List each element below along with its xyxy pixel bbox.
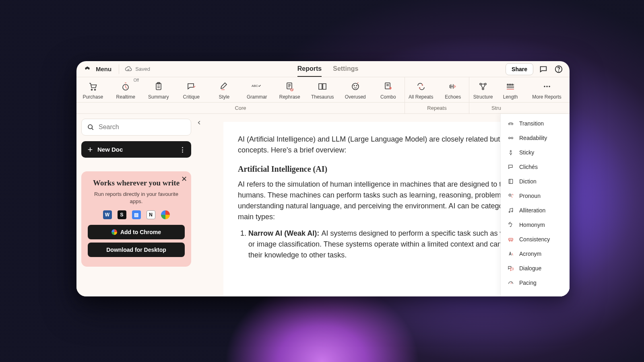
tool-thesaurus[interactable]: Thesaurus (306, 77, 339, 102)
dd-item-alliteration[interactable]: Alliteration (501, 203, 570, 218)
group-label-structure: Stru (469, 103, 523, 113)
help-icon[interactable] (553, 64, 564, 74)
speech-like-icon (186, 81, 196, 92)
svg-rect-22 (509, 179, 512, 184)
dd-item-readability[interactable]: Readability (501, 131, 570, 145)
svg-point-14 (485, 83, 486, 85)
dd-item-transition[interactable]: Transition (501, 116, 570, 131)
dd-label: Sticky (519, 149, 534, 156)
tool-all-repeats[interactable]: All Repeats (405, 77, 437, 102)
dd-label: Acronym (519, 251, 541, 257)
svg-point-1 (559, 71, 559, 71)
pen-icon (219, 81, 229, 92)
tool-label: Critique (183, 94, 200, 100)
group-label-core: Core (76, 103, 405, 113)
svg-point-15 (482, 88, 484, 90)
dd-item-diction[interactable]: Diction (501, 174, 570, 189)
svg-point-17 (546, 86, 548, 87)
search-icon (87, 123, 95, 131)
svg-point-19 (88, 125, 92, 129)
saved-label: Saved (135, 66, 150, 72)
dd-item-consistency[interactable]: Consistency (501, 232, 570, 247)
tool-critique[interactable]: Critique (175, 77, 208, 102)
more-reports-dropdown: Transition Readability Sticky Clichés Di… (500, 114, 570, 296)
book-small-icon (507, 178, 514, 185)
tool-label: Thesaurus (311, 94, 334, 100)
length-icon (505, 81, 516, 92)
dd-item-homonym[interactable]: Homonym (501, 218, 570, 232)
add-to-chrome-label: Add to Chrome (120, 229, 161, 235)
svg-point-18 (549, 86, 550, 87)
dd-item-pronoun[interactable]: Pronoun (501, 189, 570, 203)
tool-grammar[interactable]: ABC Grammar (241, 77, 274, 102)
dd-label: Alliteration (519, 207, 545, 214)
tool-echoes[interactable]: Echoes (437, 77, 469, 102)
svg-point-11 (356, 85, 357, 86)
download-desktop-button[interactable]: Download for Desktop (88, 243, 185, 257)
menu-logo-icon (82, 64, 93, 74)
tool-combo[interactable]: Combo (372, 77, 405, 102)
promo-app-icons: W S ▤ N (88, 210, 185, 219)
tool-style[interactable]: Style (208, 77, 241, 102)
gdocs-icon: ▤ (132, 210, 141, 219)
dd-item-cliches[interactable]: Clichés (501, 160, 570, 174)
divider (119, 64, 119, 74)
svg-point-20 (509, 137, 510, 139)
tool-purchase[interactable]: Purchase (76, 77, 109, 102)
svg-point-9 (352, 83, 359, 90)
tool-overused[interactable]: Overused (339, 77, 372, 102)
sidebar-collapse-handle[interactable] (195, 119, 203, 127)
dd-label: Clichés (519, 164, 538, 170)
dd-item-pacing[interactable]: Pacing (501, 276, 570, 290)
tool-label: Summary (148, 94, 169, 100)
tool-more-reports[interactable]: More Reports (524, 77, 570, 102)
echoes-icon (448, 81, 458, 92)
svg-point-16 (544, 86, 545, 87)
abc-check-icon: ABC (252, 81, 262, 92)
dd-label: Pronoun (519, 193, 541, 199)
dd-item-dialogue[interactable]: Dialogue (501, 261, 570, 276)
promo-card: ✕ Works wherever you write Run reports d… (81, 171, 191, 267)
new-doc-button[interactable]: New Doc ⋮ (81, 141, 191, 158)
svg-point-23 (509, 194, 511, 196)
repeat-icon (416, 81, 426, 92)
bridge-icon (507, 120, 514, 127)
cloud-check-icon (125, 66, 132, 73)
tool-length[interactable]: Length (497, 77, 524, 102)
svg-point-13 (480, 83, 481, 85)
document-refresh-icon (285, 81, 295, 92)
pronoun-icon (507, 192, 514, 200)
scrivener-icon: S (118, 210, 126, 219)
search-box[interactable] (81, 119, 191, 136)
promo-title: Works wherever you write (88, 179, 185, 187)
tool-rephrase[interactable]: Rephrase (273, 77, 306, 102)
tab-reports[interactable]: Reports (297, 61, 322, 77)
svg-point-3 (94, 89, 95, 90)
tool-summary[interactable]: Summary (142, 77, 175, 102)
tab-settings[interactable]: Settings (333, 61, 358, 77)
newdoc-kebab-icon[interactable]: ⋮ (180, 146, 186, 153)
tool-label: Structure (473, 94, 493, 100)
svg-point-28 (512, 241, 512, 241)
dd-item-sticky[interactable]: Sticky (501, 145, 570, 160)
share-button[interactable]: Share (506, 63, 533, 75)
dd-label: Transition (519, 120, 544, 127)
search-input[interactable] (99, 123, 186, 131)
chat-icon[interactable] (538, 64, 549, 74)
tool-label: Length (503, 94, 518, 100)
toolbar: Purchase Off Realtime Summary Critique S… (76, 77, 570, 103)
tool-label: Echoes (445, 94, 461, 100)
tool-structure[interactable]: Structure (469, 77, 497, 102)
dd-label: Homonym (519, 222, 545, 228)
stopwatch-icon (120, 81, 131, 92)
add-to-chrome-button[interactable]: Add to Chrome (88, 225, 185, 239)
tool-realtime[interactable]: Off Realtime (109, 77, 142, 102)
dd-item-acronym[interactable]: Acronym (501, 247, 570, 261)
svg-point-2 (91, 89, 92, 90)
menu-button[interactable]: Menu (82, 64, 111, 74)
glasses-icon (507, 134, 514, 142)
close-icon[interactable]: ✕ (181, 175, 187, 183)
word-icon: W (103, 210, 112, 219)
acronym-icon (507, 250, 514, 257)
app-window: Menu Saved Reports Settings Share (76, 61, 570, 296)
